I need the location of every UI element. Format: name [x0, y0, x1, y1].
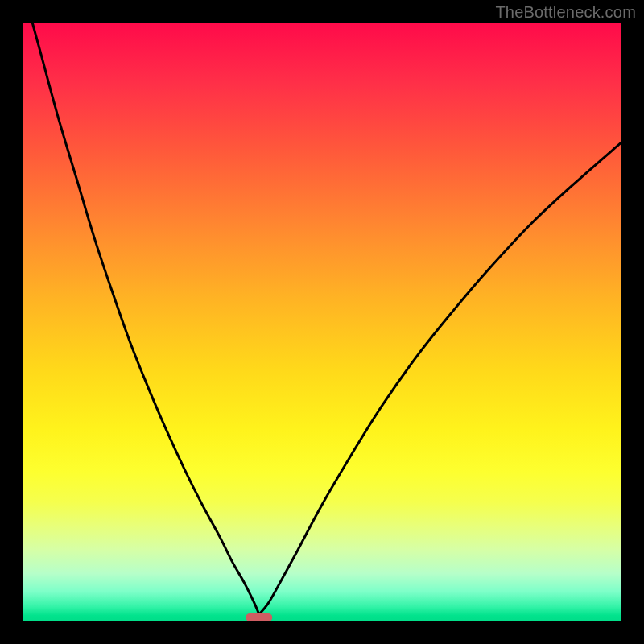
curve-left-branch: [23, 23, 259, 614]
chart-frame: TheBottleneck.com: [0, 0, 644, 644]
watermark-text: TheBottleneck.com: [495, 3, 636, 22]
curve-right-branch: [259, 142, 621, 614]
bottleneck-marker: [246, 613, 272, 621]
curve-layer: [23, 23, 621, 621]
plot-area: [23, 23, 621, 621]
